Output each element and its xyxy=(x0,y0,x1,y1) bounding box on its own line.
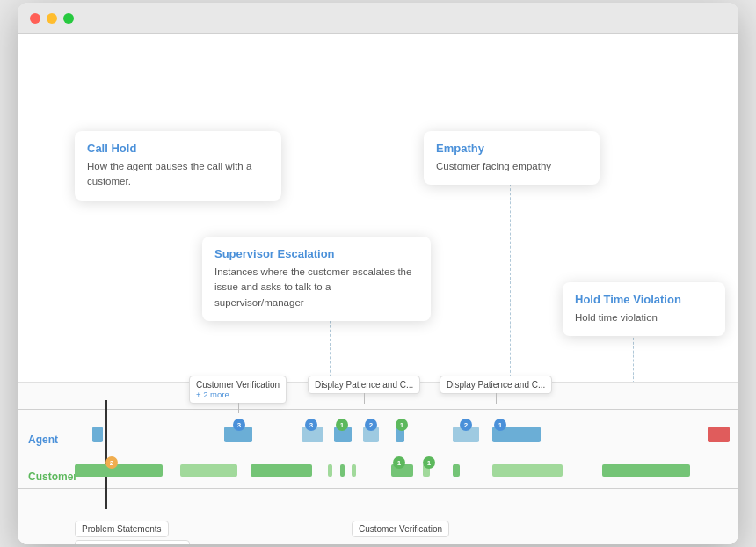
agent-seg-3: 3 xyxy=(302,427,323,442)
empathy-title: Empathy xyxy=(436,142,587,155)
bottom-label-2: Negative Customer Sen... xyxy=(75,540,190,544)
call-hold-card: Call Hold How the agent pauses the call … xyxy=(75,131,281,201)
customer-seg-4 xyxy=(328,464,332,477)
badge-1-cust2: 1 xyxy=(423,456,435,469)
customer-seg-9 xyxy=(453,464,460,477)
tooltip-1-more: + 2 more xyxy=(196,390,229,399)
agent-ruler xyxy=(18,449,738,449)
badge-2-agent2: 2 xyxy=(460,419,472,431)
tooltip-3-text: Display Patience and C... xyxy=(447,380,545,390)
tooltip-2-text: Display Patience and C... xyxy=(315,380,413,390)
badge-3-agent: 3 xyxy=(233,419,245,431)
titlebar xyxy=(18,3,738,34)
start-line xyxy=(105,400,107,509)
hold-violation-card: Hold Time Violation Hold time violation xyxy=(563,282,725,336)
tooltip-3-line xyxy=(496,393,497,404)
agent-seg-2: 3 xyxy=(224,427,252,442)
bottom-label-1: Problem Statements xyxy=(75,521,169,537)
customer-seg-2 xyxy=(180,464,237,477)
timeline-tooltip-1: Customer Verification + 2 more xyxy=(189,376,287,404)
timeline-area: Agent Customer Customer Verification + 2… xyxy=(18,382,738,544)
bottom-label-2-text: Negative Customer Sen... xyxy=(82,543,183,544)
agent-seg-red xyxy=(708,427,730,442)
bottom-label-3: Customer Verification xyxy=(352,521,449,537)
badge-1-agent3: 1 xyxy=(494,419,506,431)
badge-2-agent: 2 xyxy=(365,419,377,431)
agent-track: 3 3 1 2 1 2 1 xyxy=(75,427,730,442)
customer-seg-3 xyxy=(251,464,312,477)
customer-seg-5 xyxy=(340,464,345,477)
call-hold-title: Call Hold xyxy=(87,142,269,155)
badge-1-agent2: 1 xyxy=(396,419,408,431)
agent-seg-5: 2 xyxy=(363,427,379,442)
call-hold-desc: How the agent pauses the call with a cus… xyxy=(87,159,269,190)
bottom-label-1-text: Problem Statements xyxy=(82,524,162,534)
connector-hold-violation xyxy=(633,333,634,388)
agent-seg-6: 1 xyxy=(396,427,404,442)
customer-label: Customer xyxy=(28,470,77,483)
agent-seg-8: 1 xyxy=(492,427,541,442)
customer-seg-10 xyxy=(492,464,563,477)
empathy-desc: Customer facing empathy xyxy=(436,159,587,174)
hold-violation-title: Hold Time Violation xyxy=(575,293,713,306)
agent-label: Agent xyxy=(28,434,58,446)
customer-seg-6 xyxy=(352,464,356,477)
customer-seg-1: 2 xyxy=(75,464,163,477)
badge-2-cust: 2 xyxy=(105,456,118,469)
empathy-card: Empathy Customer facing empathy xyxy=(424,131,600,185)
bottom-label-3-text: Customer Verification xyxy=(359,524,442,534)
timeline-tooltip-2: Display Patience and C... xyxy=(308,376,420,394)
supervisor-card: Supervisor Escalation Instances where th… xyxy=(202,237,431,321)
content-area: Call Hold How the agent pauses the call … xyxy=(18,34,738,544)
badge-1-cust: 1 xyxy=(393,456,405,469)
customer-ruler xyxy=(18,488,738,489)
hold-violation-desc: Hold time violation xyxy=(575,310,713,325)
main-window: Call Hold How the agent pauses the call … xyxy=(18,3,738,544)
agent-seg-1 xyxy=(92,427,103,442)
top-ruler xyxy=(18,409,738,410)
customer-track: 2 1 1 xyxy=(75,464,730,477)
agent-seg-4: 1 xyxy=(334,427,352,442)
agent-seg-7: 2 xyxy=(453,427,479,442)
supervisor-title: Supervisor Escalation xyxy=(214,247,418,260)
customer-seg-8: 1 xyxy=(423,464,430,477)
timeline-tooltip-3: Display Patience and C... xyxy=(440,376,552,394)
badge-3-agent2: 3 xyxy=(305,419,317,431)
customer-seg-11 xyxy=(602,464,690,477)
tooltip-1-line xyxy=(238,403,239,413)
connector-empathy xyxy=(510,171,511,386)
tooltip-2-line xyxy=(364,393,365,404)
close-button[interactable] xyxy=(30,13,40,24)
connector-call-hold xyxy=(178,175,178,386)
supervisor-desc: Instances where the customer escalates t… xyxy=(214,265,418,310)
maximize-button[interactable] xyxy=(63,13,74,24)
minimize-button[interactable] xyxy=(47,13,57,24)
customer-seg-7: 1 xyxy=(391,464,413,477)
badge-1-agent: 1 xyxy=(336,419,348,431)
tooltip-1-text: Customer Verification xyxy=(196,380,280,390)
